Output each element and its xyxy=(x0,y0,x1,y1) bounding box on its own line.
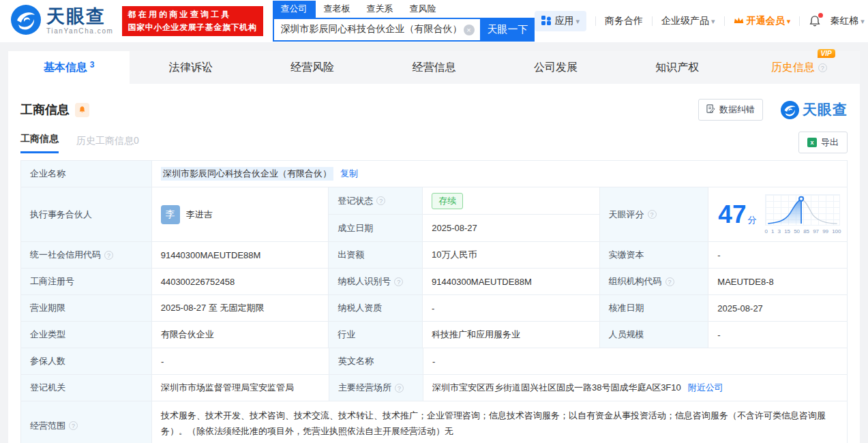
score-label: 天眼评分 xyxy=(600,187,709,242)
nav-open-vip[interactable]: 开通会员 xyxy=(734,15,791,27)
excel-icon xyxy=(807,138,817,147)
apps-menu[interactable]: 应用 xyxy=(535,11,587,31)
tab-label: 法律诉讼 xyxy=(169,61,213,75)
business-term-value: 2025-08-27 至 无固定期限 xyxy=(152,295,329,322)
data-correction-button[interactable]: 数据纠错 xyxy=(698,99,763,121)
table-row: 营业期限 2025-08-27 至 无固定期限 纳税人资质 - 核准日期 202… xyxy=(21,295,847,322)
table-row: 经营范围 技术服务、技术开发、技术咨询、技术交流、技术转让、技术推广；企业管理咨… xyxy=(21,401,847,443)
correction-doc-icon xyxy=(706,104,715,115)
establish-date-value: 2025-08-27 xyxy=(423,215,599,241)
table-row: 统一社会信用代码 91440300MAEUTDE88M 出资额 10万人民币 实… xyxy=(21,242,847,269)
export-label: 导出 xyxy=(821,136,839,149)
slogan-line1: 都在用的商业查询工具 xyxy=(128,8,257,21)
search-button[interactable]: 天眼一下 xyxy=(481,18,535,42)
paid-capital-value: - xyxy=(708,242,847,269)
nearby-companies-link[interactable]: 附近公司 xyxy=(688,382,723,394)
clear-search-icon[interactable] xyxy=(464,25,475,35)
search-area: 查公司 查老板 查关系 查风险 天眼一下 xyxy=(273,1,535,42)
tab-history-info[interactable]: 历史信息 VIP xyxy=(738,51,860,84)
logo-title: 天眼查 xyxy=(46,7,114,26)
apps-label: 应用 xyxy=(555,15,580,27)
monitor-bell-icon[interactable] xyxy=(75,103,89,117)
nav-enterprise-products[interactable]: 企业级产品 xyxy=(661,15,715,27)
tianyancha-logo-icon xyxy=(11,5,41,37)
tab-basic-info[interactable]: 基本信息 3 xyxy=(8,51,130,84)
vip-badge: VIP xyxy=(818,49,835,58)
tab-intellectual-property[interactable]: 知识产权 xyxy=(616,51,738,84)
tianyancha-watermark: 天眼查 xyxy=(781,100,848,119)
tab-legal-proceedings[interactable]: 法律诉讼 xyxy=(130,51,251,84)
approval-date-label: 核准日期 xyxy=(600,295,709,322)
executive-partner-cell: 李 李进吉 xyxy=(152,187,329,242)
company-type-value: 有限合伙企业 xyxy=(152,322,329,348)
watermark-logo-icon xyxy=(781,101,799,119)
help-icon xyxy=(395,384,404,393)
staff-size-label: 人员规模 xyxy=(600,322,709,348)
company-name-cell: 深圳市影辰同心科技合伙企业（有限合伙） 复制 xyxy=(152,161,847,187)
slogan-banner: 都在用的商业查询工具 国家中小企业发展子基金旗下机构 xyxy=(122,6,263,36)
search-tab-company[interactable]: 查公司 xyxy=(273,1,316,18)
subtab-history-business-info[interactable]: 历史工商信息0 xyxy=(76,135,139,153)
help-icon xyxy=(665,277,674,286)
business-term-label: 营业期限 xyxy=(21,295,152,322)
nav-divider xyxy=(724,16,725,26)
search-tab-risk[interactable]: 查风险 xyxy=(402,1,445,18)
search-input[interactable] xyxy=(274,19,480,40)
tab-label: 公司发展 xyxy=(534,61,578,75)
tab-label: 知识产权 xyxy=(655,61,699,75)
label-text: 登记状态 xyxy=(338,195,373,207)
logo-subtitle: TianYanCha.com xyxy=(46,28,114,35)
tab-label: 经营风险 xyxy=(290,61,334,75)
subtab-business-info[interactable]: 工商信息 xyxy=(20,133,59,153)
reg-number-value: 440300226752458 xyxy=(152,269,329,295)
paid-capital-label: 实缴资本 xyxy=(600,242,709,269)
establish-date-label: 成立日期 xyxy=(329,215,423,241)
score-cell: 47分 xyxy=(708,187,847,242)
label-text: 纳税人识别号 xyxy=(338,275,391,288)
credit-code-label: 统一社会信用代码 xyxy=(21,242,152,269)
tab-company-development[interactable]: 公司发展 xyxy=(495,51,616,84)
score-distribution-chart: 0131550859799100 xyxy=(765,194,841,234)
search-tab-boss[interactable]: 查老板 xyxy=(316,1,359,18)
tab-business-risk[interactable]: 经营风险 xyxy=(252,51,373,84)
capital-label: 出资额 xyxy=(329,242,423,269)
executive-partner-label: 执行事务合伙人 xyxy=(21,187,152,242)
tab-business-info[interactable]: 经营信息 xyxy=(373,51,494,84)
top-header: 天眼查 TianYanCha.com 都在用的商业查询工具 国家中小企业发展子基… xyxy=(0,0,868,42)
help-icon xyxy=(818,63,827,72)
tab-count-badge: 3 xyxy=(90,60,95,70)
search-tab-relation[interactable]: 查关系 xyxy=(359,1,402,18)
score-axis-ticks: 0131550859799100 xyxy=(765,228,841,234)
credit-code-value: 91440300MAEUTDE88M xyxy=(152,242,329,269)
company-tabbar: 基本信息 3 法律诉讼 经营风险 经营信息 公司发展 知识产权 历史信息 VIP xyxy=(8,51,860,84)
partner-name[interactable]: 李进吉 xyxy=(186,209,213,221)
business-scope-label: 经营范围 xyxy=(21,401,152,443)
reg-status-label: 登记状态 xyxy=(329,187,423,214)
notification-bell-icon[interactable] xyxy=(809,15,821,27)
table-row: 登记机关 深圳市市场监督管理局宝安监管局 主要经营场所 深圳市宝安区西乡街道固兴… xyxy=(21,375,847,401)
company-type-label: 企业类型 xyxy=(21,322,152,348)
score-unit: 分 xyxy=(748,215,757,225)
english-name-label: 英文名称 xyxy=(329,348,423,375)
company-name-value: 深圳市影辰同心科技合伙企业（有限合伙） xyxy=(161,167,333,181)
nav-business-cooperation[interactable]: 商务合作 xyxy=(605,15,643,27)
approval-date-value: 2025-08-27 xyxy=(708,295,847,322)
industry-label: 行业 xyxy=(329,322,423,348)
industry-value: 科技推广和应用服务业 xyxy=(423,322,600,348)
export-button[interactable]: 导出 xyxy=(798,132,848,153)
capital-value: 10万人民币 xyxy=(423,242,600,269)
help-icon xyxy=(69,421,78,430)
label-text: 天眼评分 xyxy=(609,209,644,221)
nav-divider xyxy=(595,16,596,26)
help-icon xyxy=(104,251,113,260)
business-address-label: 主要经营场所 xyxy=(329,375,423,401)
tianyancha-logo[interactable]: 天眼查 TianYanCha.com xyxy=(11,5,114,37)
tab-label: 历史信息 xyxy=(771,61,815,75)
staff-size-value: - xyxy=(708,322,847,348)
business-address-cell: 深圳市宝安区西乡街道固兴社区固戍一路38号固成华庭A区3F10 附近公司 xyxy=(423,375,847,401)
insured-count-label: 参保人数 xyxy=(21,348,152,375)
registration-info-table: 企业名称 深圳市影辰同心科技合伙企业（有限合伙） 复制 执行事务合伙人 李 李进… xyxy=(20,160,848,443)
help-icon xyxy=(376,196,385,205)
copy-link[interactable]: 复制 xyxy=(340,168,358,180)
user-menu[interactable]: 秦红棉 xyxy=(830,15,865,27)
